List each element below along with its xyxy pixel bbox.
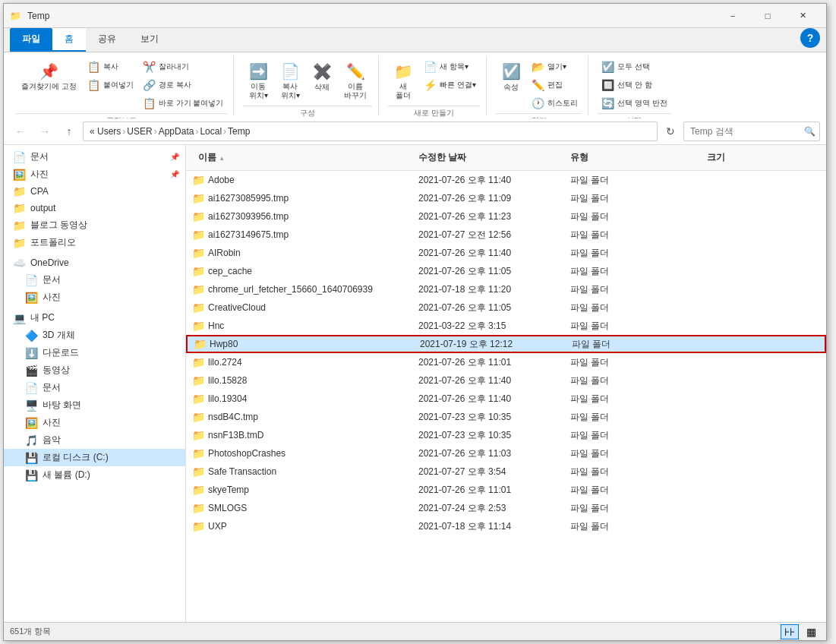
downloads-icon: ⬇️ [25, 347, 38, 359]
help-button[interactable]: ? [800, 28, 820, 48]
col-header-modified[interactable]: 수정한 날짜 [412, 148, 564, 167]
new-item-button[interactable]: 📄 새 항목▾ [420, 58, 480, 75]
table-row[interactable]: 📁 UXP 2021-07-18 오후 11:14 파일 폴더 [186, 517, 826, 535]
quick-access-button[interactable]: ⚡ 빠른 연결▾ [420, 77, 480, 93]
invert-select-button[interactable]: 🔄 선택 영역 반전 [598, 95, 671, 112]
folder-icon: 📁 [192, 502, 205, 514]
table-row[interactable]: 📁 ai16273093956.tmp 2021-07-26 오후 11:23 … [186, 207, 826, 226]
table-row[interactable]: 📁 chrome_url_fetcher_15660_1640706939 20… [186, 280, 826, 298]
detail-view-button[interactable]: ▦ [802, 624, 820, 639]
new-folder-button[interactable]: 📁 새폴더 [388, 58, 418, 104]
back-button[interactable]: ← [10, 122, 31, 141]
table-row[interactable]: 📁 lilo.19304 2021-07-26 오후 11:40 파일 폴더 [186, 390, 826, 408]
table-row[interactable]: 📁 ai16273149675.tmp 2021-07-27 오전 12:56 … [186, 226, 826, 244]
sidebar-item-local-c[interactable]: 💾 로컬 디스크 (C:) [4, 449, 185, 466]
sidebar-item-blog[interactable]: 📁 블로그 동영상 [4, 216, 185, 234]
table-row[interactable]: 📁 cep_cache 2021-07-26 오후 11:05 파일 폴더 [186, 262, 826, 280]
sidebar-item-portfolio[interactable]: 📁 포트폴리오 [4, 234, 185, 251]
sidebar-item-label: 포트폴리오 [30, 236, 179, 249]
folder-icon: 📁 [192, 393, 205, 405]
maximize-button[interactable]: □ [750, 4, 785, 28]
properties-button[interactable]: ☑️ 속성 [496, 58, 526, 96]
open-button[interactable]: 📂 열기▾ [528, 58, 582, 75]
table-row[interactable]: 📁 nsdB4C.tmp 2021-07-23 오후 10:35 파일 폴더 [186, 408, 826, 426]
delete-button[interactable]: ✖️ 삭제 [307, 58, 337, 96]
forward-button[interactable]: → [34, 122, 55, 141]
table-row[interactable]: 📁 lilo.2724 2021-07-26 오후 11:01 파일 폴더 [186, 353, 826, 371]
sidebar-item-photos[interactable]: 🖼️ 사진 📌 [4, 166, 185, 183]
table-row[interactable]: 📁 PhotoshopCrashes 2021-07-26 오후 11:03 파… [186, 444, 826, 462]
table-row[interactable]: 📁 Safe Transaction 2021-07-27 오후 3:54 파일… [186, 462, 826, 481]
table-row[interactable]: 📁 AIRobin 2021-07-26 오후 11:40 파일 폴더 [186, 244, 826, 262]
cut-button[interactable]: ✂️ 잘라내기 [139, 58, 228, 75]
sidebar-item-label: 문서 [30, 150, 166, 163]
table-row[interactable]: 📁 lilo.15828 2021-07-26 오후 11:40 파일 폴더 [186, 371, 826, 390]
3d-icon: 🔷 [25, 330, 38, 342]
paste-shortcut-button[interactable]: 📋 바로 가기 붙여넣기 [139, 95, 228, 112]
table-row[interactable]: 📁 ai16273085995.tmp 2021-07-26 오후 11:09 … [186, 189, 826, 207]
tab-file[interactable]: 파일 [10, 28, 52, 52]
table-row[interactable]: 📁 skyeTemp 2021-07-26 오후 11:01 파일 폴더 [186, 481, 826, 499]
minimize-button[interactable]: − [715, 4, 750, 28]
file-type: 파일 폴더 [564, 447, 670, 460]
copy-to-button[interactable]: 📄 복사위치▾ [275, 58, 305, 104]
path-part-4: Temp [228, 126, 250, 137]
table-row[interactable]: 📁 Adobe 2021-07-26 오후 11:40 파일 폴더 [186, 171, 826, 189]
file-name-safe-transaction: Safe Transaction [208, 466, 276, 477]
copy-path-button[interactable]: 🔗 경로 복사 [139, 77, 228, 93]
table-row[interactable]: 📁 nsnF13B.tmD 2021-07-23 오후 10:35 파일 폴더 [186, 426, 826, 444]
pin-button[interactable]: 📌 즐겨찾기에 고정 [16, 58, 82, 95]
table-row[interactable]: 📁 CreativeCloud 2021-07-26 오후 11:05 파일 폴… [186, 298, 826, 317]
sidebar-section-onedrive[interactable]: ☁️ OneDrive [4, 254, 185, 271]
file-type: 파일 폴더 [564, 429, 670, 442]
rename-button[interactable]: ✏️ 이름바꾸기 [339, 58, 372, 104]
sidebar-item-photos2[interactable]: 🖼️ 사진 [4, 414, 185, 431]
col-header-type[interactable]: 유형 [564, 148, 670, 167]
sidebar-item-cpa[interactable]: 📁 CPA [4, 183, 185, 200]
close-button[interactable]: ✕ [785, 4, 820, 28]
search-input[interactable] [683, 122, 820, 141]
sidebar-item-documents2[interactable]: 📄 문서 [4, 379, 185, 396]
file-name: UXP [208, 521, 227, 532]
sidebar-item-new-vol-d[interactable]: 💾 새 볼륨 (D:) [4, 466, 185, 484]
sidebar-item-videos[interactable]: 🎬 동영상 [4, 361, 185, 379]
select-none-button[interactable]: 🔲 선택 안 함 [598, 77, 671, 93]
tab-view[interactable]: 보기 [128, 28, 171, 52]
sidebar-item-onedrive-docs[interactable]: 📄 문서 [4, 271, 185, 289]
sidebar-item-onedrive-photos[interactable]: 🖼️ 사진 [4, 289, 185, 306]
select-all-button[interactable]: ☑️ 모두 선택 [598, 58, 671, 75]
cut-icon: ✂️ [143, 61, 156, 73]
paste-button[interactable]: 📋 붙여넣기 [84, 77, 137, 93]
move-to-button[interactable]: ➡️ 이동위치▾ [243, 58, 273, 104]
search-wrapper: 🔍 [683, 122, 820, 141]
col-header-size[interactable]: 크기 [670, 148, 731, 167]
file-name: ai16273085995.tmp [208, 193, 289, 204]
open-items: ☑️ 속성 📂 열기▾ ✏️ 편집 🕐 히스토리 [496, 55, 582, 112]
sidebar-item-3d[interactable]: 🔷 3D 개체 [4, 327, 185, 344]
copy-button[interactable]: 📋 복사 [84, 58, 137, 75]
sidebar-item-desktop[interactable]: 🖥️ 바탕 화면 [4, 396, 185, 414]
up-button[interactable]: ↑ [58, 122, 80, 141]
col-header-name[interactable]: 이름 ▲ [192, 148, 412, 167]
sidebar-item-output[interactable]: 📁 output [4, 200, 185, 216]
address-path[interactable]: « Users › USER › AppData › Local › Temp [83, 122, 658, 141]
edit-button[interactable]: ✏️ 편집 [528, 77, 582, 93]
file-modified: 2021-07-24 오후 2:53 [412, 502, 564, 515]
folder-icon: 📁 [13, 219, 26, 232]
sidebar-item-documents[interactable]: 📄 문서 📌 [4, 148, 185, 166]
sidebar-item-music[interactable]: 🎵 음악 [4, 431, 185, 449]
table-row[interactable]: 📁 Hnc 2021-03-22 오후 3:15 파일 폴더 [186, 317, 826, 335]
history-button[interactable]: 🕐 히스토리 [528, 95, 582, 112]
list-view-button[interactable]: ⊦⊦ [781, 624, 799, 639]
tab-home[interactable]: 홈 [52, 28, 86, 52]
sidebar: 📄 문서 📌 🖼️ 사진 📌 📁 CPA 📁 output 📁 블로그 동영상 [4, 145, 186, 622]
tab-share[interactable]: 공유 [86, 28, 128, 52]
table-row-selected[interactable]: 📁 Hwp80 2021-07-19 오후 12:12 파일 폴더 [186, 335, 826, 353]
file-name: CreativeCloud [208, 302, 266, 313]
table-row[interactable]: 📁 SMLOGS 2021-07-24 오후 2:53 파일 폴더 [186, 499, 826, 517]
select-items: ☑️ 모두 선택 🔲 선택 안 함 🔄 선택 영역 반전 [598, 55, 671, 112]
sidebar-item-downloads[interactable]: ⬇️ 다운로드 [4, 344, 185, 361]
refresh-button[interactable]: ↻ [661, 122, 680, 141]
move-icon: ➡️ [249, 62, 268, 80]
sidebar-section-mypc[interactable]: 💻 내 PC [4, 309, 185, 327]
